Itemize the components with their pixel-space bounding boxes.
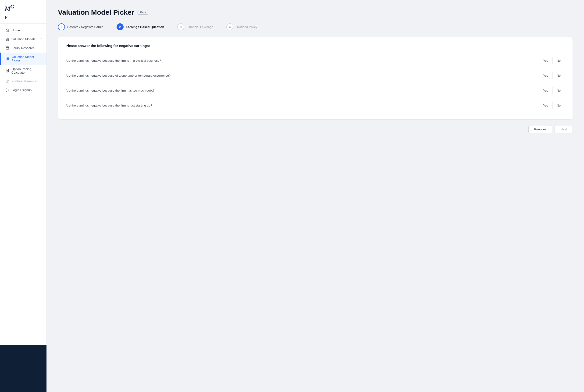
question-text-3: Are the earnings negative because the fi… [66,89,154,92]
nav-buttons: Previous Next [58,125,573,134]
step-connector-3 [215,27,224,27]
yes-no-group-3: Yes No [539,87,565,94]
step-3-label: Financial Leverage [187,25,213,29]
step-3: 3 Financial Leverage [177,23,213,30]
sidebar-bottom [0,345,46,392]
questions-card: Please answer the following for negative… [58,37,573,120]
sidebar-item-equity-research[interactable]: Equity Research [0,44,46,52]
step-2-label: Earnings Based Question [126,25,164,29]
sidebar-item-valuation-models[interactable]: Valuation Models ▾ [0,35,46,44]
equity-research-icon [5,46,9,50]
question-row-4: Are the earnings negative because the fi… [66,98,565,113]
question-text-1: Are the earnings negative because the fi… [66,59,161,62]
yes-no-group-4: Yes No [539,102,565,109]
question-row-1: Are the earnings negative because the fi… [66,53,565,68]
login-icon [5,88,9,92]
step-1-circle: ✓ [58,23,65,30]
sidebar-item-portfolio-visualizer: Portfolio Visualizer [0,77,46,86]
step-2-circle: 2 [116,23,124,30]
no-button-1[interactable]: No [552,57,565,64]
sidebar-item-option-pricing[interactable]: Option Pricing Calculator [0,65,46,77]
logo-text: MGF [5,4,42,20]
sidebar-item-valuation-models-label: Valuation Models [12,38,36,41]
step-3-circle: 3 [177,23,184,30]
main-content: Valuation Model Picker Beta ✓ Positive /… [47,0,584,392]
sidebar-item-login-label: Login / Signup [12,88,32,92]
no-button-2[interactable]: No [552,72,565,79]
svg-rect-2 [8,40,8,40]
previous-button[interactable]: Previous [528,125,552,134]
question-row-2: Are the earnings negative because of a o… [66,68,565,83]
no-button-4[interactable]: No [552,102,565,109]
next-button[interactable]: Next [554,125,573,134]
question-text-4: Are the earnings negative because the fi… [66,104,152,107]
sidebar-item-home[interactable]: Home [0,26,46,35]
question-row-3: Are the earnings negative because the fi… [66,83,565,98]
yes-button-3[interactable]: Yes [539,87,552,94]
step-4-circle: 4 [226,23,233,30]
question-text-2: Are the earnings negative because of a o… [66,74,171,77]
calc-icon [5,69,9,73]
step-4-label: Dividend Policy [236,25,257,29]
steps-progress: ✓ Positive / Negative Earnin 2 Earnings … [58,23,573,30]
yes-button-1[interactable]: Yes [539,57,552,64]
logo: MGF [0,0,46,24]
sidebar-item-valuation-model-picker-label: Valuation Model Picker [12,55,42,62]
list-icon [5,57,9,60]
beta-badge: Beta [138,10,148,15]
sidebar-item-valuation-model-picker[interactable]: Valuation Model Picker [0,52,46,65]
page-header: Valuation Model Picker Beta [58,8,573,16]
pie-icon [5,80,9,83]
no-button-3[interactable]: No [552,87,565,94]
step-4: 4 Dividend Policy [226,23,257,30]
page-title: Valuation Model Picker [58,8,134,16]
svg-rect-4 [6,47,8,49]
card-title: Please answer the following for negative… [66,44,565,48]
home-icon [5,28,9,32]
step-2: 2 Earnings Based Question [116,23,164,30]
svg-rect-3 [6,40,7,40]
svg-rect-1 [8,38,8,39]
sidebar-item-portfolio-visualizer-label: Portfolio Visualizer [12,80,38,83]
sidebar-item-equity-research-label: Equity Research [12,46,34,50]
sidebar-item-login[interactable]: Login / Signup [0,86,46,94]
step-connector-1 [105,27,115,27]
step-1-label: Positive / Negative Earnin [67,25,104,29]
svg-rect-0 [6,38,7,39]
step-connector-2 [166,27,176,27]
sidebar-item-home-label: Home [12,28,20,32]
yes-button-4[interactable]: Yes [539,102,552,109]
sidebar-nav: Home Valuation Models ▾ [0,24,46,345]
yes-no-group-1: Yes No [539,57,565,64]
yes-button-2[interactable]: Yes [539,72,552,79]
chevron-down-icon: ▾ [40,38,42,41]
yes-no-group-2: Yes No [539,72,565,79]
sidebar: MGF Home Valuation M [0,0,47,392]
sidebar-item-option-pricing-label: Option Pricing Calculator [12,67,42,74]
chart-icon [5,38,9,41]
step-1: ✓ Positive / Negative Earnin [58,23,104,30]
